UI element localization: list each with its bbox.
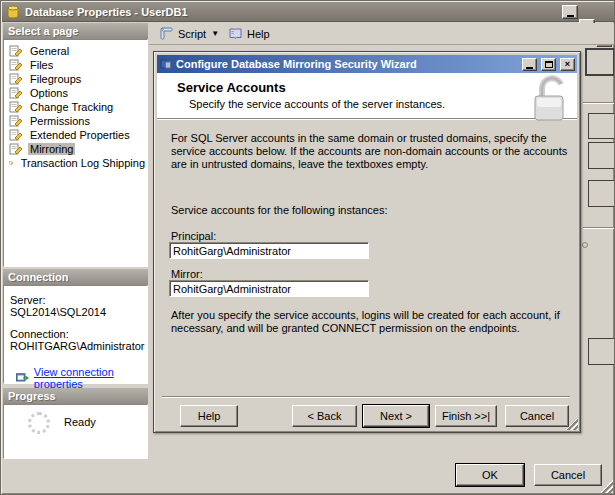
help-icon	[228, 27, 243, 40]
sidebar-page-item[interactable]: Change Tracking	[4, 100, 147, 114]
lock-icon	[528, 71, 570, 123]
connection-value: ROHITGARG\Administrator	[10, 340, 147, 352]
main-toolbar: Script ▼ Help	[149, 23, 615, 45]
sidebar-page-item[interactable]: General	[4, 44, 147, 58]
page-item-label: Change Tracking	[28, 101, 115, 113]
wizard-page-subheading: Specify the service accounts of the serv…	[189, 98, 577, 110]
background-partial-radio	[582, 242, 588, 248]
connection-properties-icon	[16, 372, 29, 384]
sidebar-page-item[interactable]: Files	[4, 58, 147, 72]
page-item-label: Filegroups	[28, 73, 83, 85]
background-partial-button	[588, 142, 615, 169]
wizard-header-band: Service Accounts Specify the service acc…	[157, 73, 577, 119]
sidebar-page-item[interactable]: Options	[4, 86, 147, 100]
page-item-label: Permissions	[28, 115, 92, 127]
script-icon	[158, 27, 174, 40]
script-button[interactable]: Script ▼	[155, 26, 222, 41]
progress-spinner-icon	[28, 412, 50, 434]
principal-input[interactable]	[169, 242, 369, 259]
wizard-cancel-button[interactable]: Cancel	[505, 405, 569, 427]
page-icon	[9, 157, 14, 169]
background-partial-button	[588, 113, 615, 139]
select-a-page-header: Select a page	[3, 23, 148, 39]
page-icon	[9, 73, 23, 85]
script-dropdown-icon[interactable]: ▼	[211, 29, 219, 38]
page-icon	[9, 115, 23, 127]
wizard-button-divider	[162, 396, 570, 398]
background-partial-button	[588, 180, 615, 207]
help-label: Help	[247, 28, 270, 40]
instances-label: Service accounts for the following insta…	[171, 204, 387, 216]
page-icon	[9, 87, 23, 99]
page-item-label: Options	[28, 87, 70, 99]
help-button[interactable]: Help	[225, 26, 273, 41]
background-divider	[583, 227, 615, 229]
footer-cancel-button[interactable]: Cancel	[534, 464, 602, 486]
page-item-label: Transaction Log Shipping	[19, 157, 147, 169]
wizard-back-button[interactable]: < Back	[292, 405, 357, 427]
sidebar-page-item[interactable]: Transaction Log Shipping	[4, 156, 147, 170]
window-title: Database Properties - UserDB1	[25, 6, 188, 18]
view-connection-properties-link[interactable]: View connection properties	[34, 366, 147, 390]
wizard-finish-button[interactable]: Finish >>|	[435, 405, 497, 427]
server-label: Server:	[10, 294, 147, 306]
page-item-label: General	[28, 45, 71, 57]
page-list: General Files	[4, 44, 147, 170]
wizard-icon	[160, 58, 172, 70]
wizard-maximize-button[interactable]	[541, 58, 556, 71]
main-titlebar: Database Properties - UserDB1	[2, 2, 615, 22]
page-icon	[9, 59, 23, 71]
progress-header: Progress	[3, 388, 148, 404]
wizard-close-button[interactable]: ×	[560, 58, 575, 71]
maximize-icon	[545, 61, 553, 68]
window-resize-grip[interactable]	[600, 480, 613, 493]
connection-header: Connection	[3, 269, 148, 285]
progress-status: Ready	[64, 416, 96, 428]
sidebar-page-item[interactable]: Mirroring	[4, 142, 147, 156]
wizard-note-text: After you specify the service accounts, …	[171, 309, 571, 335]
page-icon	[9, 45, 23, 57]
background-partial-button	[588, 338, 615, 365]
wizard-title: Configure Database Mirroring Security Wi…	[176, 58, 518, 70]
wizard-minimize-button[interactable]	[522, 58, 537, 71]
mirroring-security-wizard: Configure Database Mirroring Security Wi…	[153, 51, 581, 433]
page-item-label: Extended Properties	[28, 129, 132, 141]
progress-panel: Ready	[3, 404, 148, 459]
sidebar-page-item[interactable]: Extended Properties	[4, 128, 147, 142]
connection-panel: Server: SQL2014\SQL2014 Connection: ROHI…	[3, 285, 148, 384]
ok-button[interactable]: OK	[456, 464, 524, 486]
wizard-titlebar: Configure Database Mirroring Security Wi…	[157, 55, 577, 73]
connection-label: Connection:	[10, 328, 147, 340]
principal-label: Principal:	[171, 230, 216, 242]
background-divider	[583, 102, 615, 104]
page-icon	[9, 101, 23, 113]
select-a-page-panel: General Files	[3, 39, 148, 267]
minimize-button[interactable]	[562, 5, 578, 19]
wizard-resize-grip[interactable]	[565, 417, 578, 430]
sidebar-page-item[interactable]: Permissions	[4, 114, 147, 128]
minimize-icon	[526, 67, 533, 69]
page-item-label: Files	[28, 59, 55, 71]
database-icon	[6, 5, 20, 19]
server-value: SQL2014\SQL2014	[10, 306, 147, 318]
sidebar-page-item[interactable]: Filegroups	[4, 72, 147, 86]
page-item-label: Mirroring	[28, 143, 75, 155]
mirror-label: Mirror:	[171, 268, 203, 280]
background-partial-button	[585, 48, 615, 76]
wizard-page-heading: Service Accounts	[177, 80, 577, 95]
minimize-icon	[567, 15, 574, 17]
database-properties-window: Database Properties - UserDB1 × Script ▼…	[0, 0, 615, 495]
page-icon	[9, 143, 23, 155]
page-icon	[9, 129, 23, 141]
wizard-intro-text: For SQL Server accounts in the same doma…	[171, 132, 569, 171]
wizard-help-button[interactable]: Help	[180, 405, 238, 427]
mirror-input[interactable]	[169, 280, 369, 297]
script-label: Script	[178, 28, 206, 40]
wizard-next-button[interactable]: Next >	[363, 405, 429, 427]
